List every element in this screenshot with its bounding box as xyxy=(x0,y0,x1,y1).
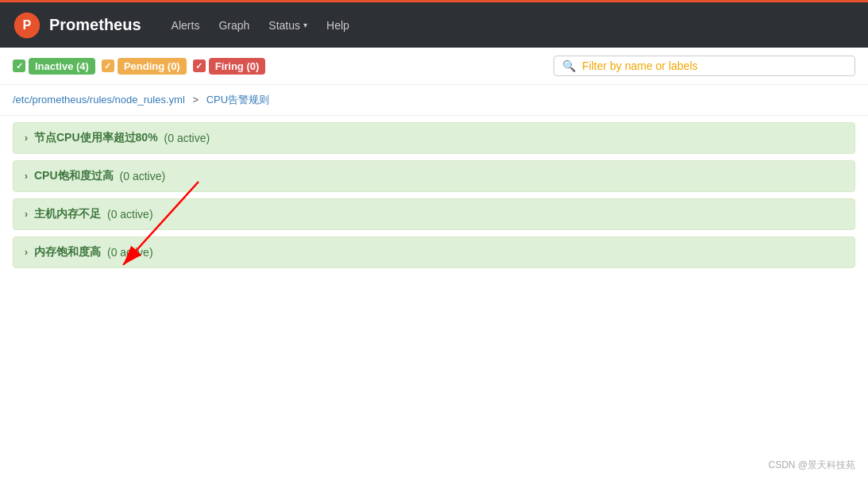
pending-checkbox[interactable]: ✓ xyxy=(102,60,114,72)
nav-links: Alerts Graph Status ▾ Help xyxy=(164,14,357,36)
rule-group-header[interactable]: ›CPU饱和度过高 (0 active) xyxy=(14,161,854,191)
search-input[interactable] xyxy=(582,60,847,72)
nav-alerts[interactable]: Alerts xyxy=(164,14,208,36)
rule-name: CPU饱和度过高 xyxy=(34,169,114,183)
breadcrumb-separator: > xyxy=(192,94,199,106)
rule-group-header[interactable]: ›主机内存不足 (0 active) xyxy=(14,199,854,229)
rule-chevron-icon: › xyxy=(25,247,28,258)
breadcrumb-current: CPU告警规则 xyxy=(206,94,269,106)
status-dropdown-arrow-icon: ▾ xyxy=(303,21,307,29)
nav-status-dropdown[interactable]: Status ▾ xyxy=(260,14,315,36)
rule-chevron-icon: › xyxy=(25,171,28,182)
badge-firing[interactable]: ✓ Firing (0) xyxy=(193,58,266,75)
rule-group-header[interactable]: ›内存饱和度高 (0 active) xyxy=(14,237,854,267)
firing-checkbox[interactable]: ✓ xyxy=(193,60,206,72)
footer-text: CSDN @景天科技苑 xyxy=(768,459,855,470)
breadcrumb-path-link[interactable]: /etc/prometheus/rules/node_rules.yml xyxy=(13,94,185,106)
pending-label[interactable]: Pending (0) xyxy=(118,58,187,75)
nav-graph[interactable]: Graph xyxy=(210,14,257,36)
brand-name: Prometheus xyxy=(49,16,141,34)
filter-bar: ✓ Inactive (4) ✓ Pending (0) ✓ Firing (0… xyxy=(0,48,868,85)
rule-group: ›CPU饱和度过高 (0 active) xyxy=(13,160,855,192)
inactive-checkbox[interactable]: ✓ xyxy=(13,60,25,72)
breadcrumb: /etc/prometheus/rules/node_rules.yml > C… xyxy=(0,85,868,116)
rules-container: ›节点CPU使用率超过80% (0 active)›CPU饱和度过高 (0 ac… xyxy=(0,116,868,281)
search-container: 🔍 xyxy=(554,56,855,76)
filter-badges: ✓ Inactive (4) ✓ Pending (0) ✓ Firing (0… xyxy=(13,58,265,75)
rule-group-header[interactable]: ›节点CPU使用率超过80% (0 active) xyxy=(14,123,854,153)
brand-link[interactable]: P Prometheus xyxy=(13,11,141,40)
footer: CSDN @景天科技苑 xyxy=(768,459,855,472)
rule-name: 节点CPU使用率超过80% xyxy=(34,131,158,145)
rule-name: 内存饱和度高 xyxy=(34,245,101,259)
nav-help[interactable]: Help xyxy=(318,14,357,36)
rule-active-count: (0 active) xyxy=(107,208,153,221)
prometheus-logo-icon: P xyxy=(13,11,41,40)
rule-group: ›主机内存不足 (0 active) xyxy=(13,198,855,230)
rule-active-count: (0 active) xyxy=(164,132,210,144)
badge-inactive[interactable]: ✓ Inactive (4) xyxy=(13,58,95,75)
badge-pending[interactable]: ✓ Pending (0) xyxy=(102,58,187,75)
rule-active-count: (0 active) xyxy=(120,170,166,182)
search-icon: 🔍 xyxy=(562,60,576,72)
svg-text:P: P xyxy=(23,17,32,32)
rule-group: ›内存饱和度高 (0 active) xyxy=(13,236,855,268)
rule-name: 主机内存不足 xyxy=(34,207,101,221)
rule-chevron-icon: › xyxy=(25,132,28,144)
rule-group: ›节点CPU使用率超过80% (0 active) xyxy=(13,122,855,154)
firing-label[interactable]: Firing (0) xyxy=(209,58,266,75)
rule-chevron-icon: › xyxy=(25,209,28,220)
rule-active-count: (0 active) xyxy=(107,246,153,259)
inactive-label[interactable]: Inactive (4) xyxy=(29,58,95,75)
navbar: P Prometheus Alerts Graph Status ▾ Help xyxy=(0,0,868,48)
